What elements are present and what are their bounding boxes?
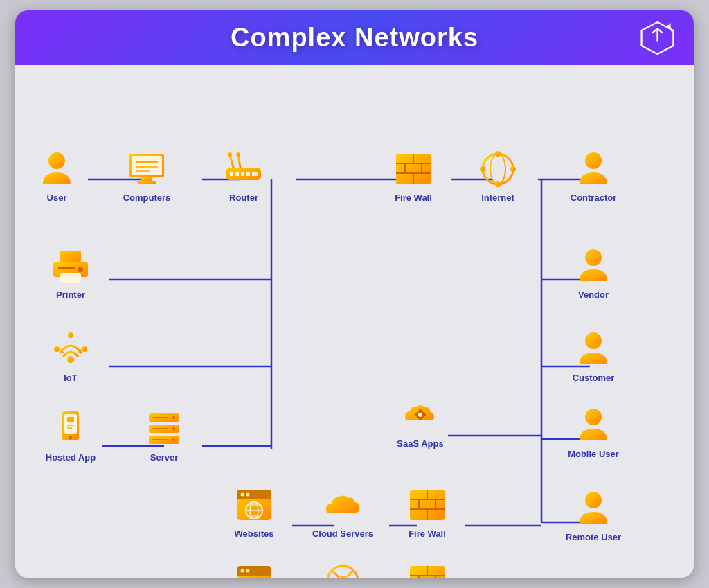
websites-icon [233,484,275,526]
svg-point-63 [78,267,83,272]
user-icon [36,148,78,190]
web-app-icon [233,560,275,578]
svg-point-90 [418,413,422,417]
svg-point-73 [585,332,602,349]
svg-rect-91 [419,409,422,413]
svg-rect-92 [419,417,422,420]
svg-line-33 [230,155,233,168]
saas-apps-label: SaaS Apps [397,438,443,449]
iot-label: IoT [64,373,78,384]
vendor-icon [573,245,614,287]
node-mobile-user: Mobile User [562,404,625,460]
svg-point-122 [246,569,250,573]
svg-rect-64 [58,267,75,269]
svg-point-55 [480,166,485,172]
node-computers: Computers [116,148,178,204]
node-iot: IoT [39,328,102,384]
mobile-user-label: Mobile User [568,449,619,460]
node-firewall-mid: Fire Wall [396,484,458,540]
containers-icon [322,560,364,578]
svg-rect-28 [141,177,152,181]
server-label: Server [150,452,178,463]
node-router: Router [213,148,275,204]
svg-point-59 [585,152,602,169]
svg-point-57 [495,151,501,157]
server-icon [143,408,185,449]
svg-line-135 [332,570,339,577]
computers-icon [126,148,168,190]
node-remote-user: Remote User [562,488,625,543]
hosted-app-label: Hosted App [46,452,96,463]
vendor-label: Vendor [578,289,609,301]
printer-label: Printer [56,289,85,301]
node-vendor: Vendor [562,245,625,301]
svg-rect-41 [246,172,250,176]
svg-rect-38 [230,172,233,176]
svg-point-67 [54,346,60,352]
svg-point-103 [241,493,244,497]
svg-point-85 [172,438,175,441]
printer-icon [50,245,91,287]
firewall-bot-icon [406,560,448,578]
svg-point-35 [228,152,232,157]
cloud-servers-label: Cloud Servers [312,528,373,540]
hosted-app-icon [50,408,91,449]
svg-rect-39 [235,172,239,176]
header: Complex Networks [15,10,694,65]
mobile-user-icon [573,404,614,446]
svg-point-36 [236,152,240,157]
computers-label: Computers [123,193,171,204]
svg-rect-62 [60,273,81,283]
remote-user-icon [573,488,614,529]
contractor-icon [573,148,614,190]
remote-user-label: Remote User [566,532,621,543]
svg-point-83 [172,416,175,419]
svg-point-56 [510,166,516,172]
svg-point-68 [82,346,87,352]
svg-rect-60 [60,251,81,262]
router-label: Router [229,193,258,204]
svg-rect-29 [137,181,156,184]
firewall-mid-label: Fire Wall [409,528,446,540]
svg-rect-93 [415,413,418,416]
svg-line-34 [238,155,240,168]
customer-icon [573,328,614,370]
node-hosted-app: Hosted App [39,408,102,463]
contractor-label: Contractor [571,193,616,204]
firewall-top-label: Fire Wall [395,193,432,204]
websites-label: Websites [235,528,274,540]
firewall-top-icon [393,148,434,190]
node-user: User [26,148,88,204]
page-title: Complex Networks [231,23,478,53]
svg-point-104 [246,493,250,497]
svg-point-2 [671,29,674,32]
customer-label: Customer [573,373,615,384]
svg-point-84 [172,427,175,430]
svg-point-58 [495,181,501,187]
svg-point-69 [68,332,73,338]
internet-label: Internet [481,193,514,204]
saas-apps-icon [400,394,441,436]
svg-point-25 [48,152,65,169]
svg-point-99 [585,409,602,425]
node-contractor: Contractor [562,148,625,204]
svg-rect-42 [252,172,258,176]
internet-icon [477,148,519,190]
iot-icon [50,328,91,370]
svg-rect-94 [422,413,426,416]
svg-point-66 [67,356,74,363]
main-card: Complex Networks [15,10,694,578]
svg-rect-77 [67,417,74,422]
header-logo-icon [638,19,676,57]
cloud-servers-icon [322,484,364,526]
node-containers: Containers [312,560,374,578]
node-firewall-top: Fire Wall [382,148,445,204]
node-printer: Printer [39,245,102,301]
svg-point-65 [585,249,602,266]
node-customer: Customer [562,328,625,384]
svg-point-3 [669,23,671,25]
node-saas-apps: SaaS Apps [389,394,451,449]
svg-rect-27 [132,156,162,175]
node-internet: Internet [467,148,529,204]
svg-point-1 [667,24,671,28]
